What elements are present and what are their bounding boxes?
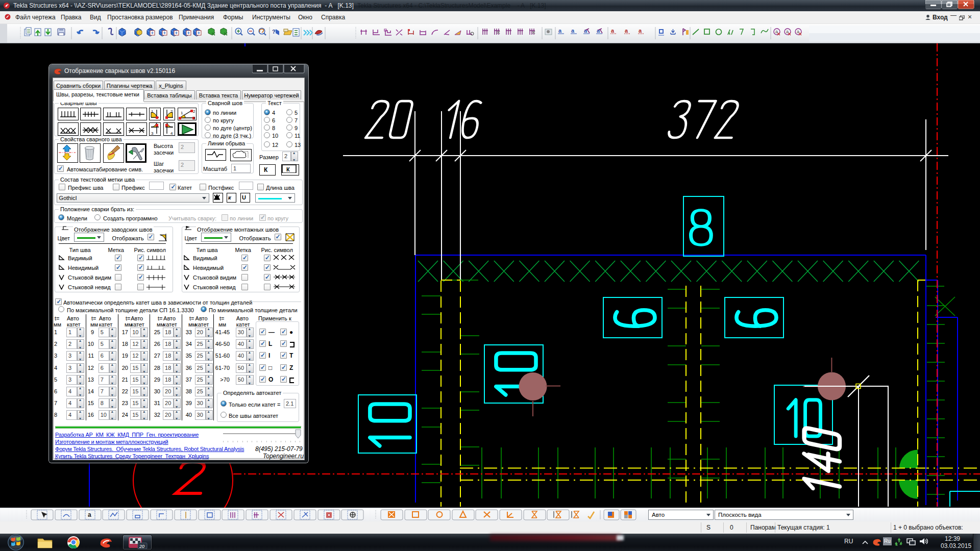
svg-text:a: a <box>558 28 562 34</box>
svg-text:a: a <box>584 28 587 34</box>
svg-text:4: 4 <box>170 131 173 136</box>
svg-text:3: 3 <box>151 131 154 136</box>
svg-text:a: a <box>611 28 615 34</box>
svg-text:a: a <box>639 28 642 34</box>
svg-text:2: 2 <box>170 109 173 114</box>
svg-text:1: 1 <box>151 109 154 114</box>
svg-text:?: ? <box>272 29 276 35</box>
svg-text:a: a <box>88 511 91 518</box>
svg-text:a: a <box>786 29 789 34</box>
svg-text:a: a <box>597 28 600 34</box>
svg-text:3: 3 <box>193 116 195 120</box>
svg-text:a: a <box>775 29 778 34</box>
svg-text:a: a <box>625 28 628 34</box>
svg-text:к: к <box>228 194 232 201</box>
svg-text:2: 2 <box>193 109 195 114</box>
svg-text:К: К <box>264 166 268 173</box>
svg-text:a: a <box>797 29 799 34</box>
svg-text:1: 1 <box>181 111 183 115</box>
svg-text:a: a <box>571 28 575 34</box>
svg-text:U: U <box>242 194 246 201</box>
svg-text:20: 20 <box>139 544 144 549</box>
svg-text:К: К <box>286 166 290 172</box>
